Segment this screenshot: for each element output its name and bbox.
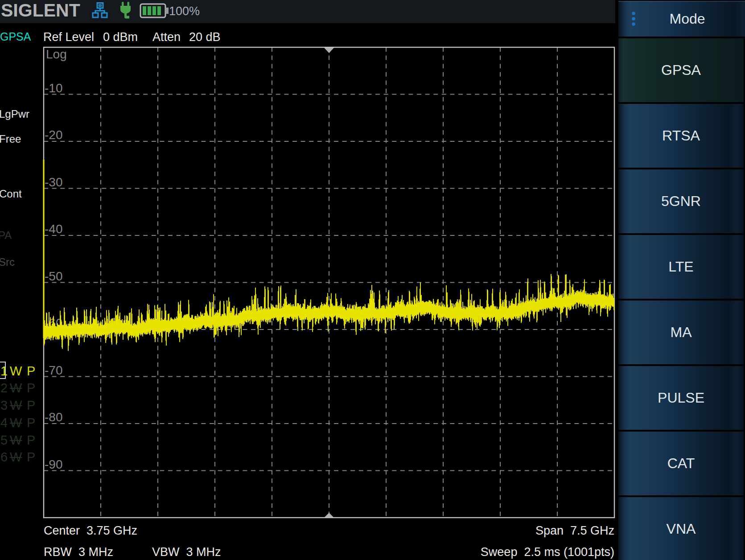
svg-text:-90: -90 bbox=[45, 457, 62, 471]
svg-text:-70: -70 bbox=[45, 363, 62, 377]
svg-text:Log: Log bbox=[46, 47, 67, 61]
svg-text:-10: -10 bbox=[45, 81, 62, 95]
svg-text:-50: -50 bbox=[45, 269, 62, 283]
svg-text:-80: -80 bbox=[45, 410, 62, 424]
svg-text:-20: -20 bbox=[45, 128, 62, 142]
svg-text:-30: -30 bbox=[45, 175, 62, 189]
svg-text:-40: -40 bbox=[45, 222, 62, 236]
